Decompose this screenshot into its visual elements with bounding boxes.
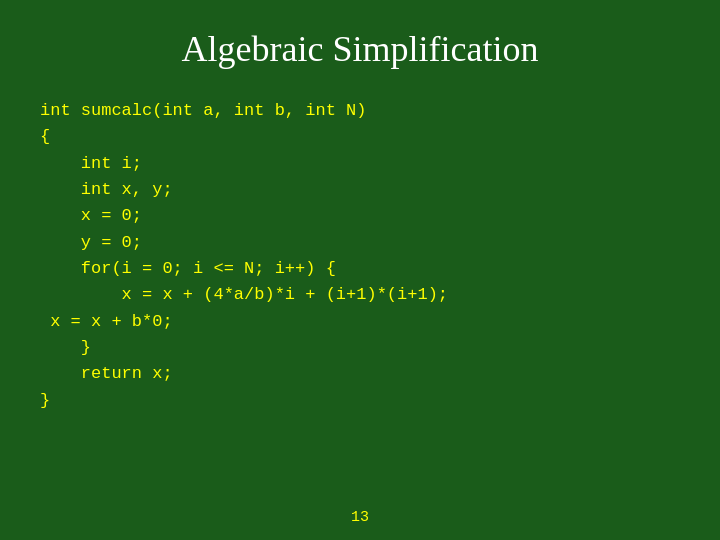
code-block: int sumcalc(int a, int b, int N) { int i… [20,98,700,414]
page-number: 13 [351,509,369,526]
code-line-4: int x, y; [40,177,700,203]
slide: Algebraic Simplification int sumcalc(int… [0,0,720,540]
code-line-3: int i; [40,151,700,177]
code-line-11: return x; [40,361,700,387]
code-line-6: y = 0; [40,230,700,256]
slide-title: Algebraic Simplification [182,28,539,70]
code-line-8: x = x + (4*a/b)*i + (i+1)*(i+1); [40,282,700,308]
code-line-7: for(i = 0; i <= N; i++) { [40,256,700,282]
code-line-10: } [40,335,700,361]
code-line-5: x = 0; [40,203,700,229]
code-line-2: { [40,124,700,150]
code-line-9: x = x + b*0; [40,309,700,335]
code-line-12: } [40,388,700,414]
code-line-1: int sumcalc(int a, int b, int N) [40,98,700,124]
